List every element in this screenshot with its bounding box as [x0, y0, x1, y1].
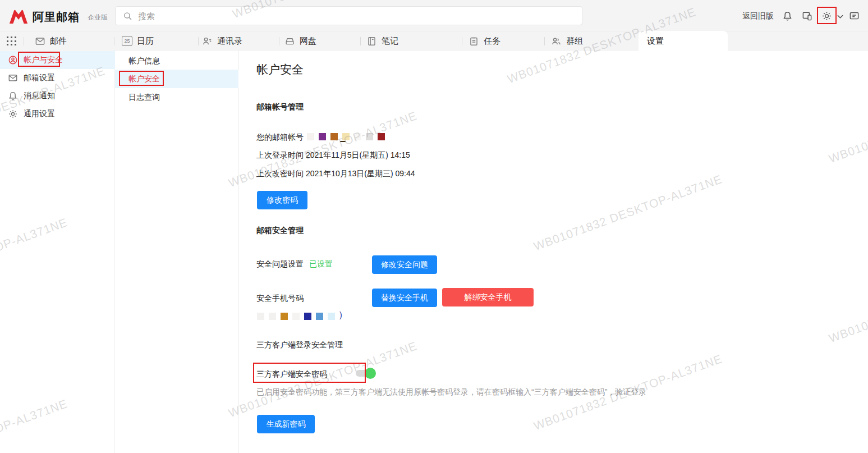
account-person-icon	[8, 55, 18, 65]
app-window: 阿里邮箱 企业版 返回旧版	[0, 0, 868, 453]
account-security-subsidebar: 帐户信息 帐户安全 日志查询	[115, 51, 238, 453]
email-account-label: 您的邮箱帐号	[256, 132, 304, 143]
modify-security-question-button[interactable]: 修改安全问题	[372, 255, 437, 274]
sidebar-item-mail-settings[interactable]: 邮箱设置	[0, 69, 115, 87]
back-to-old-version-link[interactable]: 返回旧版	[742, 11, 774, 21]
last-login-value: 2021年11月5日(星期五) 14:15	[306, 150, 410, 161]
tab-tasks[interactable]: 任务	[469, 31, 500, 51]
security-phone-label: 安全手机号码	[256, 294, 304, 304]
sidebar-item-notifications[interactable]: 消息通知	[0, 87, 115, 105]
tab-groups[interactable]: 群组	[551, 31, 583, 51]
clipboard-icon	[469, 36, 479, 47]
replace-security-phone-button[interactable]: 替换安全手机	[372, 289, 437, 307]
sidebar-item-label: 通用设置	[24, 109, 55, 119]
section-heading-security: 邮箱安全管理	[256, 226, 304, 236]
drive-icon	[284, 36, 295, 47]
mail-settings-icon	[8, 73, 18, 83]
subsidebar-item-log-query[interactable]: 日志查询	[115, 88, 238, 107]
search-icon	[123, 11, 132, 21]
change-password-button[interactable]: 修改密码	[257, 191, 307, 209]
search-input[interactable]	[138, 7, 576, 25]
tab-label: 网盘	[300, 36, 316, 47]
tab-mail[interactable]: 邮件	[35, 31, 67, 51]
search-box[interactable]	[115, 6, 582, 25]
tab-label: 任务	[484, 36, 500, 47]
app-grid-icon[interactable]	[7, 36, 16, 45]
last-pwd-change-label: 上次改密时间	[256, 169, 304, 179]
email-mask	[307, 132, 385, 140]
sidebar-item-label: 邮箱设置	[24, 73, 55, 83]
contacts-icon	[202, 36, 213, 47]
brand-edition: 企业版	[88, 13, 108, 22]
unbind-security-phone-button[interactable]: 解绑安全手机	[442, 288, 534, 306]
tab-label: 日历	[137, 36, 154, 47]
main-content: 帐户安全 邮箱帐号管理 您的邮箱帐号 上次登录时间 2021年11月5日(星期五…	[238, 51, 868, 453]
tab-notes[interactable]: 笔记	[366, 31, 398, 51]
section-heading-third-party: 三方客户端登录安全管理	[256, 340, 343, 350]
phone-mask-suffix: )	[339, 310, 342, 319]
third-party-password-label: 三方客户端安全密码	[256, 369, 327, 379]
mail-icon	[35, 36, 45, 47]
tab-label: 通讯录	[217, 36, 242, 47]
generate-new-password-button[interactable]: 生成新密码	[257, 415, 315, 433]
sidebar-item-label: 帐户与安全	[24, 55, 63, 65]
note-icon	[366, 36, 377, 47]
security-question-label: 安全问题设置	[256, 259, 304, 269]
section-heading-account: 邮箱帐号管理	[256, 102, 304, 112]
subsidebar-item-label: 日志查询	[128, 93, 160, 103]
subsidebar-item-label: 帐户信息	[128, 56, 160, 66]
sidebar-item-general-settings[interactable]: 通用设置	[0, 105, 115, 123]
feedback-chat-icon[interactable]	[849, 11, 860, 21]
multi-device-icon[interactable]	[802, 11, 812, 21]
sidebar-item-label: 消息通知	[24, 91, 55, 101]
tab-settings[interactable]: 设置	[639, 31, 728, 51]
brand-name: 阿里邮箱	[33, 10, 80, 25]
security-question-status: 已设置	[309, 259, 333, 269]
settings-sidebar: 帐户与安全 邮箱设置 消息通知 通用设置	[0, 51, 115, 453]
toggle-knob	[365, 368, 376, 379]
bell-icon	[8, 91, 18, 101]
page-title: 帐户安全	[256, 62, 304, 77]
notifications-bell-icon[interactable]	[782, 11, 793, 21]
alimail-logo-icon	[8, 7, 29, 24]
group-icon	[551, 36, 562, 47]
tab-netdisk[interactable]: 网盘	[284, 31, 316, 51]
tab-label: 群组	[566, 36, 583, 47]
gear-icon	[8, 109, 18, 119]
last-login-label: 上次登录时间	[256, 150, 304, 161]
tab-label: 笔记	[382, 36, 398, 47]
subsidebar-item-account-info[interactable]: 帐户信息	[115, 52, 238, 70]
chevron-down-icon[interactable]	[837, 13, 843, 20]
subsidebar-item-label: 帐户安全	[128, 74, 160, 84]
tab-label: 邮件	[50, 36, 67, 47]
calendar-icon: 25	[122, 36, 132, 46]
tab-label: 设置	[647, 36, 664, 47]
third-party-password-description: 已启用安全密码功能，第三方客户端无法使用原帐号密码登录，请在密码框输入“三方客户…	[256, 387, 646, 397]
tab-contacts[interactable]: 通讯录	[202, 31, 242, 51]
tab-calendar[interactable]: 25 日历	[122, 31, 154, 51]
top-bar: 阿里邮箱 企业版 返回旧版	[0, 0, 868, 31]
subsidebar-item-account-safety[interactable]: 帐户安全	[115, 70, 238, 88]
last-pwd-change-value: 2021年10月13日(星期三) 09:44	[306, 169, 415, 179]
third-party-password-toggle[interactable]	[356, 367, 376, 379]
phone-mask	[257, 312, 335, 320]
settings-gear-icon[interactable]	[821, 11, 832, 21]
sidebar-item-account-security[interactable]: 帐户与安全	[0, 51, 115, 69]
